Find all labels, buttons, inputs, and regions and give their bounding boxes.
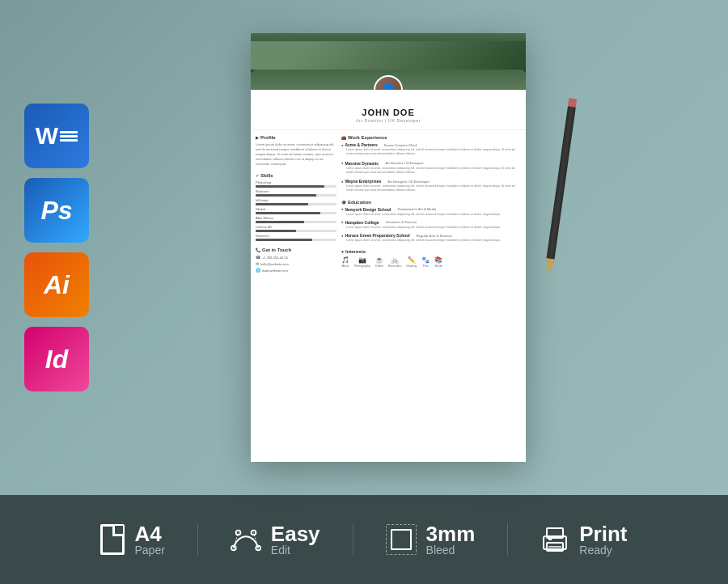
resume-left-column: ▶ Profile Lorem ipsum dolor sit amet, co…	[256, 135, 336, 279]
profile-section-title: ▶ Profile	[256, 135, 336, 140]
feature-bleed-text: 3mm Bleed	[426, 523, 476, 556]
interests-section: ♥ Interests 🎵 Music 📷 Photography	[341, 249, 521, 268]
feature-print-text: Print Ready	[579, 523, 627, 556]
pencil-body	[547, 106, 576, 260]
interests-icon: ♥	[341, 249, 344, 254]
skill-bar-photoshop	[256, 185, 324, 188]
bezier-svg	[231, 527, 261, 552]
edit-bezier-icon	[231, 524, 261, 555]
contact-section: 📞 Get in Touch ☎ +1 202-555-44-55 ✉ hell…	[256, 248, 336, 273]
ai-letter: Ai	[44, 270, 70, 300]
bleed-outer	[386, 524, 417, 555]
resume-header-image	[251, 33, 526, 90]
skills-section-title: ✓ Skills	[256, 173, 336, 178]
work-icon: 💼	[341, 135, 346, 140]
skill-sketch: Sketch	[256, 207, 336, 214]
interests-row: 🎵 Music 📷 Photography ☕ Coffee	[341, 256, 521, 268]
svg-point-2	[235, 531, 240, 535]
word-letter: W	[36, 122, 58, 150]
interest-drawing: ✏️ Drawing	[406, 256, 417, 268]
edu-school-2: Hampden College Literature & Science	[341, 220, 521, 225]
word-icon: W	[24, 104, 89, 168]
skill-bar-cinema4d	[256, 230, 296, 232]
contact-email: ✉ hello@website.com	[256, 261, 336, 266]
education-section-title: 🎓 Education	[341, 200, 521, 205]
feature-easy-sub: Edit	[271, 544, 320, 556]
skill-bar-aftereffects	[256, 221, 304, 223]
printer-icon	[540, 525, 569, 554]
edu-desc-1: Lorem ipsum dolor sit amet, consectetur …	[346, 213, 521, 217]
skill-cinema4d: Cinema 4D	[256, 225, 336, 232]
profile-text: Lorem ipsum dolor sit amet, consectetur …	[256, 142, 336, 167]
resume-name-section: JOHN DOE Art Director / UX Developer	[251, 90, 526, 130]
work-company-3: Wayne Enterprises Art Designer / UI Deve…	[341, 179, 521, 184]
skill-bar-indesign	[256, 203, 308, 205]
contact-website: 🌐 www.website.com	[256, 268, 336, 273]
skills-icon: ✓	[256, 173, 259, 178]
ps-letter: Ps	[40, 196, 72, 226]
word-line-3	[60, 139, 78, 142]
software-icons-panel: W Ps Ai Id	[24, 104, 89, 391]
indesign-icon: Id	[24, 327, 89, 391]
bleed-icon-wrapper	[386, 524, 417, 555]
feature-easy-text: Easy Edit	[271, 523, 320, 556]
feature-bleed: 3mm Bleed	[353, 523, 509, 556]
feature-print-main: Print	[579, 523, 627, 544]
work-section-title: 💼 Work Experience	[341, 135, 521, 140]
skill-bar-illustrator	[256, 194, 316, 197]
resume-right-column: 💼 Work Experience Acme & Partners Senior…	[341, 135, 521, 279]
work-section: 💼 Work Experience Acme & Partners Senior…	[341, 135, 521, 193]
feature-a4-sub: Paper	[134, 544, 164, 556]
work-company-1: Acme & Partners Senior Creative Chief	[341, 142, 521, 147]
interest-photography: 📷 Photography	[354, 256, 370, 268]
interest-books: 📚 Books	[434, 256, 442, 268]
phone-icon: ☎	[256, 255, 260, 260]
skill-bar-showreel	[256, 239, 312, 241]
svg-point-3	[251, 531, 256, 535]
interest-bike: 🚲 Binoculars	[388, 256, 401, 268]
resume-job-title: Art Director / UX Developer	[257, 118, 519, 123]
skill-photoshop: Photoshop	[256, 180, 336, 188]
resume-body: ▶ Profile Lorem ipsum dolor sit amet, co…	[251, 130, 526, 284]
contact-icon: 📞	[256, 248, 260, 252]
interest-pets: 🐾 Pets	[421, 256, 430, 268]
feature-a4-main: A4	[134, 523, 164, 544]
interest-coffee: ☕ Coffee	[375, 256, 383, 268]
work-item-1: Acme & Partners Senior Creative Chief Lo…	[341, 142, 521, 157]
feature-bleed-main: 3mm	[426, 523, 476, 544]
edu-item-3: Horace Green Preparatory School Regular …	[341, 233, 521, 243]
edu-desc-3: Lorem ipsum dolor sit amet, consectetur …	[346, 239, 521, 243]
resume-name: JOHN DOE	[257, 108, 519, 117]
contact-section-title: 📞 Get in Touch	[256, 248, 336, 252]
feature-easy: Easy Edit	[198, 523, 353, 556]
work-item-3: Wayne Enterprises Art Designer / UI Deve…	[341, 179, 521, 193]
work-desc-3: Lorem ipsum dolor sit amet, consectetur …	[346, 184, 521, 193]
edu-school-3: Horace Green Preparatory School Regular …	[341, 233, 521, 238]
email-icon: ✉	[256, 261, 259, 266]
word-line-2	[60, 135, 78, 138]
work-item-2: Massive Dynamic Art Director / UI Design…	[341, 161, 521, 176]
feature-a4: A4 Paper	[68, 523, 197, 556]
profile-icon: ▶	[256, 135, 259, 140]
education-icon: 🎓	[341, 200, 346, 205]
skill-illustrator: Illustrator	[256, 189, 336, 197]
a4-icon	[100, 524, 125, 555]
edu-desc-2: Lorem ipsum dolor sit amet, consectetur …	[346, 226, 521, 230]
skills-list: Photoshop Illustrator InDesign	[256, 180, 336, 241]
work-desc-2: Lorem ipsum dolor sit amet, consectetur …	[346, 167, 521, 176]
skills-section: ✓ Skills Photoshop Illustrator	[256, 173, 336, 241]
education-section: 🎓 Education Newyork Design School Gradua…	[341, 200, 521, 243]
illustrator-icon: Ai	[24, 252, 89, 317]
pencil-decoration	[544, 98, 579, 276]
website-icon: 🌐	[256, 268, 260, 273]
bottom-bar: A4 Paper Easy Edit 3mm Bl	[0, 495, 728, 584]
id-letter: Id	[45, 345, 68, 375]
word-line-1	[60, 131, 78, 133]
feature-print: Print Ready	[508, 523, 659, 556]
edu-item-1: Newyork Design School Graduated in Art &…	[341, 207, 521, 217]
skill-showreel: Showreel	[256, 234, 336, 241]
skill-aftereffects: After Effects	[256, 216, 336, 223]
feature-bleed-sub: Bleed	[426, 544, 476, 556]
feature-print-sub: Ready	[579, 544, 627, 556]
resume-document: JOHN DOE Art Director / UX Developer ▶ P…	[251, 33, 526, 462]
